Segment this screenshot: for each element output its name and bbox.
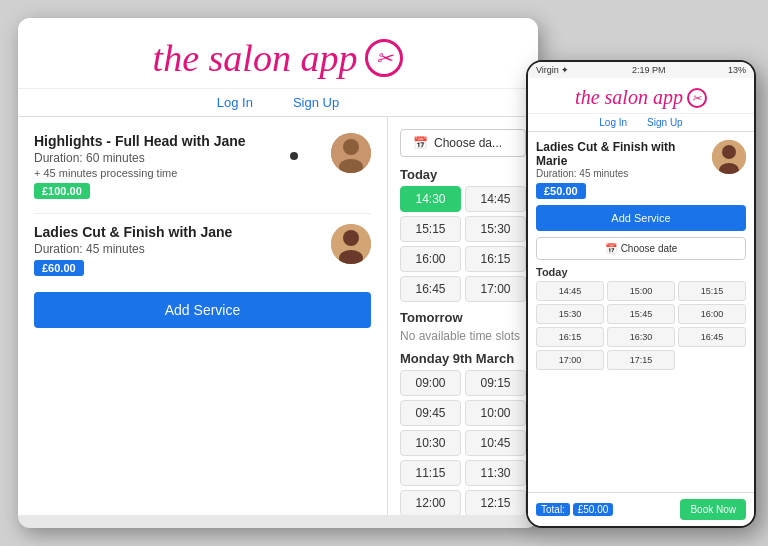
time-section-tomorrow-title: Tomorrow (400, 310, 526, 325)
svg-point-7 (722, 145, 736, 159)
mobile-time-slot[interactable]: 14:45 (536, 281, 604, 301)
scissors-icon-mobile: ✂ (687, 88, 707, 108)
mobile-time-grid-today: 14:45 15:00 15:15 15:30 15:45 16:00 16:1… (536, 281, 746, 370)
time-slot[interactable]: 17:00 (465, 276, 526, 302)
no-slots-tomorrow: No available time slots (400, 329, 526, 343)
mobile-footer: Total: £50.00 Book Now (528, 492, 754, 526)
time-slot[interactable]: 09:00 (400, 370, 461, 396)
mobile-choose-date-label: Choose date (621, 243, 678, 254)
mobile-body: Ladies Cut & Finish with Marie Duration:… (528, 132, 754, 508)
time-slot[interactable]: 16:45 (400, 276, 461, 302)
time-slot[interactable]: 10:30 (400, 430, 461, 456)
mobile-total-price: £50.00 (573, 503, 614, 516)
mobile-service-price: £50.00 (536, 183, 586, 199)
mobile-time-slot[interactable]: 16:45 (678, 327, 746, 347)
desktop-header: the salon app ✂ (18, 18, 538, 89)
desktop-body: Highlights - Full Head with Jane Duratio… (18, 117, 538, 515)
time-section-today: Today 14:30 14:45 15:15 15:30 16:00 16:1… (400, 167, 526, 302)
divider-1 (34, 213, 371, 214)
time-slot[interactable]: 09:15 (465, 370, 526, 396)
mobile-signup-link[interactable]: Sign Up (647, 117, 683, 128)
battery-label: 13% (728, 65, 746, 75)
mobile-time-section-today-title: Today (536, 266, 746, 278)
mobile-book-now-button[interactable]: Book Now (680, 499, 746, 520)
service-item-2-price: £60.00 (34, 260, 84, 276)
desktop-login-link[interactable]: Log In (217, 95, 253, 110)
time-slot[interactable]: 12:15 (465, 490, 526, 515)
mobile-time-slot[interactable]: 16:00 (678, 304, 746, 324)
time-slot[interactable]: 10:00 (465, 400, 526, 426)
time-label: 2:19 PM (632, 65, 666, 75)
mobile-service-name: Ladies Cut & Finish with Marie (536, 140, 706, 168)
mobile-nav: Log In Sign Up (528, 114, 754, 132)
time-slot[interactable]: 10:45 (465, 430, 526, 456)
service-item-1-info: Highlights - Full Head with Jane Duratio… (34, 133, 246, 199)
desktop-signup-link[interactable]: Sign Up (293, 95, 339, 110)
mobile-calendar-icon: 📅 (605, 243, 617, 254)
choose-date-label: Choose da... (434, 136, 502, 150)
mobile-add-service-button[interactable]: Add Service (536, 205, 746, 231)
mobile-total-label: Total: (536, 503, 570, 516)
mobile-time-slot[interactable]: 15:00 (607, 281, 675, 301)
desktop-app-title-text: the salon app (153, 36, 358, 80)
mobile-total: Total: £50.00 (536, 504, 613, 515)
mobile-header: the salon app ✂ (528, 78, 754, 114)
desktop-right-panel: 📅 Choose da... Today 14:30 14:45 15:15 1… (388, 117, 538, 515)
service-item-1-duration: Duration: 60 minutes (34, 151, 246, 165)
add-service-button[interactable]: Add Service (34, 292, 371, 328)
mobile-status-bar: Virgin ✦ 2:19 PM 13% (528, 62, 754, 78)
time-slot[interactable]: 16:00 (400, 246, 461, 272)
time-slot[interactable]: 16:15 (465, 246, 526, 272)
time-grid-today: 14:30 14:45 15:15 15:30 16:00 16:15 16:4… (400, 186, 526, 302)
service-item-2-avatar (331, 224, 371, 264)
time-section-monday: Monday 9th March 09:00 09:15 09:45 10:00… (400, 351, 526, 515)
mobile-time-slot[interactable]: 15:30 (536, 304, 604, 324)
mobile-time-slot[interactable]: 16:15 (536, 327, 604, 347)
carrier-label: Virgin ✦ (536, 65, 569, 75)
service-item-1-avatar (331, 133, 371, 173)
time-slot[interactable]: 11:30 (465, 460, 526, 486)
mobile-service-info: Ladies Cut & Finish with Marie Duration:… (536, 140, 706, 199)
mobile-login-link[interactable]: Log In (599, 117, 627, 128)
desktop-screen: the salon app ✂ Log In Sign Up Highlight… (18, 18, 538, 528)
scissors-icon-desktop: ✂ (365, 39, 403, 77)
service-item-1-name: Highlights - Full Head with Jane (34, 133, 246, 149)
time-slot[interactable]: 14:45 (465, 186, 526, 212)
mobile-app-title-text: the salon app (575, 86, 683, 109)
mobile-time-slot[interactable]: 17:15 (607, 350, 675, 370)
time-section-monday-title: Monday 9th March (400, 351, 526, 366)
time-slot[interactable]: 11:15 (400, 460, 461, 486)
app-title-desktop: the salon app ✂ (153, 36, 404, 80)
calendar-icon: 📅 (413, 136, 428, 150)
service-item-2-name: Ladies Cut & Finish with Jane (34, 224, 232, 240)
time-slot[interactable]: 15:15 (400, 216, 461, 242)
svg-point-4 (343, 230, 359, 246)
time-slot[interactable]: 12:00 (400, 490, 461, 515)
service-item-1-price: £100.00 (34, 183, 90, 199)
app-title-mobile: the salon app ✂ (575, 86, 707, 109)
time-slot[interactable]: 14:30 (400, 186, 461, 212)
service-item-1-processing: + 45 minutes processing time (34, 167, 246, 179)
mobile-time-slot[interactable]: 16:30 (607, 327, 675, 347)
service-item-2-header: Ladies Cut & Finish with Jane Duration: … (34, 224, 371, 276)
mobile-service-avatar (712, 140, 746, 174)
service-item-1-header: Highlights - Full Head with Jane Duratio… (34, 133, 371, 199)
mobile-time-slot[interactable]: 17:00 (536, 350, 604, 370)
mobile-screen: Virgin ✦ 2:19 PM 13% the salon app ✂ Log… (526, 60, 756, 528)
mobile-choose-date-button[interactable]: 📅 Choose date (536, 237, 746, 260)
service-item-2-duration: Duration: 45 minutes (34, 242, 232, 256)
time-section-today-title: Today (400, 167, 526, 182)
choose-date-button[interactable]: 📅 Choose da... (400, 129, 526, 157)
mobile-time-slot[interactable]: 15:45 (607, 304, 675, 324)
time-section-tomorrow: Tomorrow No available time slots (400, 310, 526, 343)
time-slot[interactable]: 15:30 (465, 216, 526, 242)
desktop-nav: Log In Sign Up (18, 89, 538, 117)
svg-point-1 (343, 139, 359, 155)
service-item-2: Ladies Cut & Finish with Jane Duration: … (34, 224, 371, 276)
time-slot[interactable]: 09:45 (400, 400, 461, 426)
time-grid-monday: 09:00 09:15 09:45 10:00 10:30 10:45 11:1… (400, 370, 526, 515)
desktop-left-panel: Highlights - Full Head with Jane Duratio… (18, 117, 388, 515)
mobile-service-duration: Duration: 45 minutes (536, 168, 706, 179)
mobile-time-slot[interactable]: 15:15 (678, 281, 746, 301)
service-item-2-info: Ladies Cut & Finish with Jane Duration: … (34, 224, 232, 276)
